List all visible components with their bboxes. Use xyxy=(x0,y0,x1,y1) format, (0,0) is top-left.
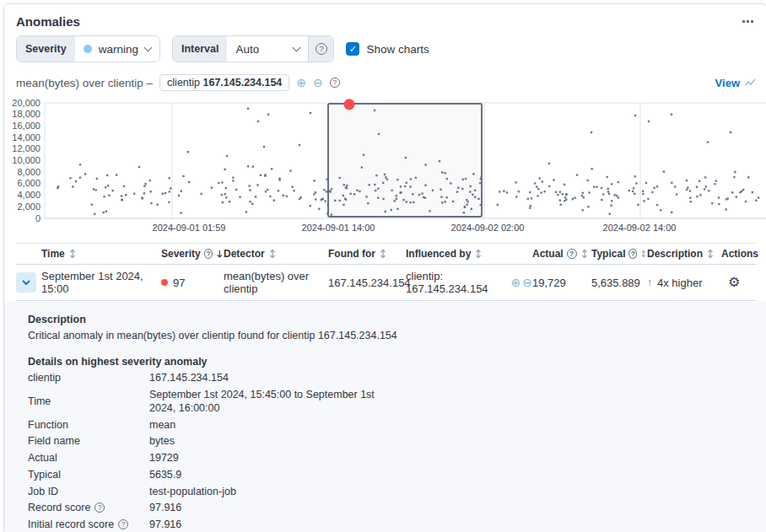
column-header-influenced-by[interactable]: Influenced by xyxy=(406,248,532,260)
column-header-detector[interactable]: Detector xyxy=(224,248,328,260)
y-axis-tick-label: 0 xyxy=(35,213,40,223)
entity-badge: clientip 167.145.234.154 xyxy=(159,74,289,91)
table-row: September 1st 2024, 15:00 97 mean(bytes)… xyxy=(16,265,757,301)
anomalies-table: TimeSeverity?DetectorFound forInfluenced… xyxy=(4,243,766,301)
y-axis-tick-label: 14,000 xyxy=(12,132,40,142)
help-icon[interactable]: ? xyxy=(567,249,577,259)
sortable-icon xyxy=(268,249,277,259)
detail-row: Actual19729 xyxy=(28,451,753,465)
chevron-down-icon xyxy=(143,43,152,51)
chart-title: mean(bytes) over clientip – xyxy=(16,77,153,89)
detail-row: Job IDtest-population-job xyxy=(28,485,753,498)
column-header-label: Actions xyxy=(721,248,758,260)
help-icon[interactable]: ? xyxy=(94,502,105,513)
detail-label: Initial record score xyxy=(28,518,114,531)
detail-value: mean xyxy=(149,419,175,431)
severity-select[interactable]: warning xyxy=(75,36,159,62)
y-axis-tick-label: 4,000 xyxy=(17,190,40,200)
y-axis-tick-label: 16,000 xyxy=(12,121,40,131)
description-heading: Description xyxy=(28,313,753,326)
column-header-time[interactable]: Time xyxy=(41,248,161,260)
column-header-actual[interactable]: Actual? xyxy=(532,248,591,260)
panel-options-icon[interactable] xyxy=(739,17,757,26)
details-heading: Details on highest severity anomaly xyxy=(28,355,753,368)
help-icon[interactable]: ? xyxy=(628,249,637,259)
up-arrow-icon: ↑ xyxy=(647,277,652,288)
detail-label: Typical xyxy=(28,468,61,481)
description-text: Critical anomaly in mean(bytes) over cli… xyxy=(28,329,753,342)
column-header-found-for[interactable]: Found for xyxy=(328,248,406,260)
column-header-label: Description xyxy=(647,248,703,260)
interval-help-button[interactable]: ? xyxy=(308,36,333,62)
view-link[interactable]: View xyxy=(715,77,757,89)
y-axis-tick-label: 18,000 xyxy=(12,109,40,119)
warning-dot-icon xyxy=(84,45,92,53)
interval-label: Interval xyxy=(173,36,227,62)
detail-row: Typical5635.9 xyxy=(28,468,753,481)
cell-influenced-by: clientip: 167.145.234.154 ⊕ ⊖ xyxy=(406,270,532,295)
actions-gear-icon[interactable]: ⚙ xyxy=(728,275,740,289)
detail-row: TimeSeptember 1st 2024, 15:45:00 to Sept… xyxy=(28,388,753,416)
interval-value: Auto xyxy=(235,43,259,56)
y-axis-tick-label: 8,000 xyxy=(17,167,40,177)
interval-filter[interactable]: Interval Auto ? xyxy=(172,35,334,62)
cell-severity: 97 xyxy=(161,277,224,289)
detail-value: 167.145.234.154 xyxy=(149,372,229,384)
x-axis-tick-label: 2024-09-01 01:59 xyxy=(153,223,226,233)
sort-desc-icon xyxy=(216,249,224,259)
column-header-severity[interactable]: Severity? xyxy=(161,248,224,260)
anomaly-marker[interactable] xyxy=(344,99,355,110)
sortable-icon xyxy=(68,249,77,259)
y-axis-tick-label: 6,000 xyxy=(17,178,40,188)
chevron-down-icon xyxy=(20,277,32,288)
help-icon[interactable]: ? xyxy=(118,519,128,529)
cell-detector: mean(bytes) over clientip xyxy=(224,270,328,295)
column-header-label: Typical xyxy=(591,248,625,260)
critical-dot-icon xyxy=(161,279,168,286)
y-axis-tick-label: 20,000 xyxy=(12,98,40,108)
column-header-label: Detector xyxy=(224,248,265,260)
help-icon[interactable]: ? xyxy=(330,78,340,88)
column-header-description[interactable]: Description xyxy=(647,248,721,260)
show-charts-checkbox[interactable]: ✓ Show charts xyxy=(346,42,429,56)
detail-value: 19729 xyxy=(149,452,179,464)
cell-typical: 5,635.889 xyxy=(591,277,647,289)
filter-in-icon[interactable]: ⊕ xyxy=(296,77,306,89)
row-expand-button[interactable] xyxy=(16,272,36,293)
column-header-label: Influenced by xyxy=(406,248,471,260)
filter-in-icon[interactable]: ⊕ xyxy=(511,277,521,288)
cell-description: ↑ 4x higher xyxy=(647,277,721,289)
detail-value: 97.916 xyxy=(149,502,181,513)
detail-label: Time xyxy=(28,395,51,408)
x-axis-tick-label: 2024-09-02 14:00 xyxy=(603,223,677,233)
detail-row: clientip167.145.234.154 xyxy=(28,371,753,384)
detail-label: Field name xyxy=(28,434,80,448)
detail-label: Actual xyxy=(28,451,57,465)
interval-select[interactable]: Auto xyxy=(227,36,308,62)
column-header-label: Found for xyxy=(328,248,375,260)
help-icon[interactable]: ? xyxy=(204,249,213,259)
detail-label: clientip xyxy=(28,371,61,384)
anomaly-scatter-chart: 02,0004,0006,0008,00010,00012,00014,0001… xyxy=(4,96,766,239)
help-icon: ? xyxy=(316,43,327,55)
column-header-typical[interactable]: Typical? xyxy=(591,248,647,260)
severity-value: warning xyxy=(99,43,138,56)
cell-found-for: 167.145.234.154 xyxy=(328,277,406,289)
severity-filter[interactable]: Severity warning xyxy=(16,35,160,62)
checkbox-check-icon[interactable]: ✓ xyxy=(346,42,359,56)
anomalies-panel: Anomalies Severity warning Interval Auto… xyxy=(3,3,766,532)
detail-value: 5635.9 xyxy=(149,469,181,481)
chart-selection-brush[interactable] xyxy=(328,104,482,217)
x-axis-tick-label: 2024-09-02 02:00 xyxy=(451,223,525,233)
sortable-icon xyxy=(706,249,715,259)
page-title: Anomalies xyxy=(16,14,80,29)
detail-row: Field namebytes xyxy=(28,434,753,448)
sortable-icon xyxy=(474,249,483,259)
detail-label: Record score xyxy=(28,501,90,514)
filter-out-icon[interactable]: ⊖ xyxy=(313,77,323,89)
chevron-down-icon xyxy=(293,43,301,51)
y-axis-tick-label: 12,000 xyxy=(12,143,40,153)
detail-row: Functionmean xyxy=(28,418,753,432)
filter-out-icon[interactable]: ⊖ xyxy=(522,277,532,288)
detail-row: Initial record score?97.916 xyxy=(28,518,753,531)
